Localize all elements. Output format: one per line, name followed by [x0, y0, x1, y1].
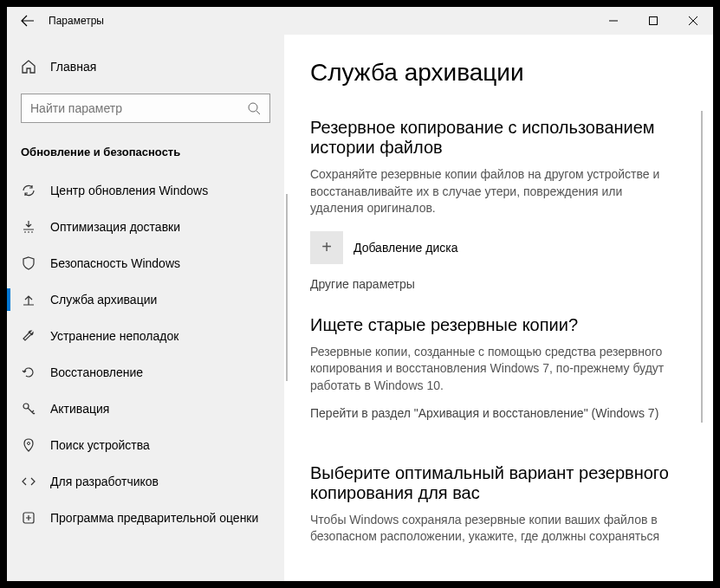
nav-label: Активация	[50, 402, 109, 416]
nav-label: Устранение неполадок	[50, 329, 178, 343]
nav-label: Безопасность Windows	[50, 256, 180, 270]
home-link[interactable]: Главная	[7, 50, 284, 83]
search-input-box[interactable]	[21, 94, 270, 123]
maximize-button[interactable]	[633, 7, 673, 35]
arrow-left-icon	[21, 14, 35, 28]
sidebar: Главная Обновление и безопасность Центр …	[7, 35, 284, 581]
insider-icon	[21, 510, 36, 526]
backup-icon	[21, 292, 36, 307]
section-title: Обновление и безопасность	[7, 139, 284, 172]
window-body: Главная Обновление и безопасность Центр …	[7, 35, 713, 581]
recovery-icon	[21, 365, 36, 380]
window-title: Параметры	[49, 15, 104, 27]
minimize-button[interactable]	[594, 7, 633, 35]
nav-windows-update[interactable]: Центр обновления Windows	[7, 172, 284, 209]
more-options-link[interactable]: Другие параметры	[310, 277, 415, 291]
close-icon	[689, 16, 697, 25]
sync-icon	[21, 183, 36, 198]
code-icon	[21, 474, 36, 489]
nav-label: Поиск устройства	[50, 438, 150, 452]
back-button[interactable]	[7, 14, 49, 28]
filehistory-desc: Сохраняйте резервные копии файлов на дру…	[310, 166, 678, 217]
main-content: Служба архивации Резервное копирование с…	[284, 35, 713, 581]
home-icon	[21, 59, 36, 74]
nav-windows-security[interactable]: Безопасность Windows	[7, 245, 284, 281]
key-icon	[21, 401, 36, 417]
nav-label: Восстановление	[50, 365, 143, 379]
download-network-icon	[21, 219, 36, 235]
nav-troubleshoot[interactable]: Устранение неполадок	[7, 318, 284, 354]
svg-rect-1	[650, 17, 658, 25]
section-heading-choice: Выберите оптимальный вариант резервного …	[310, 463, 678, 503]
plus-icon: +	[310, 231, 343, 264]
nav-backup[interactable]: Служба архивации	[7, 281, 284, 318]
win7-backup-link[interactable]: Перейти в раздел "Архивация и восстановл…	[310, 406, 658, 420]
settings-window: Параметры Главная Обновление и безопасно…	[7, 7, 713, 581]
home-label: Главная	[50, 60, 96, 74]
nav-delivery-optimization[interactable]: Оптимизация доставки	[7, 209, 284, 245]
nav-label: Центр обновления Windows	[50, 184, 208, 197]
section-heading-filehistory: Резервное копирование с использованием и…	[310, 118, 678, 158]
nav-activation[interactable]: Активация	[7, 391, 284, 427]
nav-label: Для разработчиков	[50, 475, 159, 488]
close-button[interactable]	[673, 7, 713, 35]
nav-find-device[interactable]: Поиск устройства	[7, 427, 284, 463]
minimize-icon	[609, 16, 618, 25]
add-drive-label: Добавление диска	[354, 241, 457, 255]
nav-list: Центр обновления Windows Оптимизация дос…	[7, 172, 284, 536]
page-title: Служба архивации	[310, 59, 678, 87]
main-scrollbar[interactable]	[701, 111, 703, 423]
nav-developers[interactable]: Для разработчиков	[7, 463, 284, 500]
choice-desc: Чтобы Windows сохраняла резервные копии …	[310, 512, 678, 546]
nav-label: Оптимизация доставки	[50, 220, 180, 234]
oldbackups-desc: Резервные копии, созданные с помощью сре…	[310, 344, 678, 395]
location-icon	[21, 437, 36, 453]
nav-label: Служба архивации	[50, 293, 157, 307]
shield-icon	[21, 255, 36, 271]
nav-recovery[interactable]: Восстановление	[7, 354, 284, 391]
search-icon	[247, 101, 261, 115]
titlebar: Параметры	[7, 7, 713, 35]
maximize-icon	[649, 16, 658, 25]
add-drive-button[interactable]: + Добавление диска	[310, 231, 678, 264]
search-input[interactable]	[30, 101, 247, 115]
sidebar-scrollbar[interactable]	[286, 194, 288, 381]
svg-point-5	[28, 443, 30, 445]
nav-label: Программа предварительной оценки	[50, 511, 258, 525]
svg-line-3	[256, 111, 260, 114]
nav-insider[interactable]: Программа предварительной оценки	[7, 500, 284, 536]
wrench-icon	[21, 328, 36, 344]
svg-point-2	[249, 103, 257, 112]
section-heading-oldbackups: Ищете старые резервные копии?	[310, 315, 678, 335]
